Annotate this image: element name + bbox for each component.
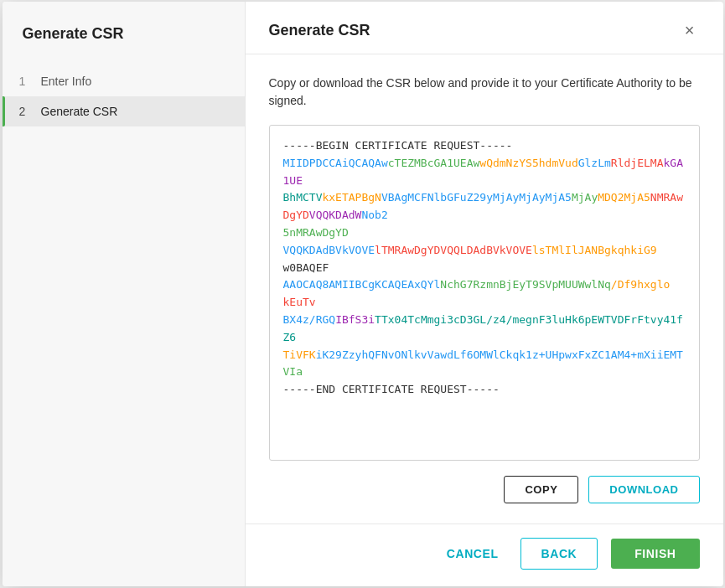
sidebar-title: Generate CSR xyxy=(3,2,245,63)
sidebar: Generate CSR 1 Enter Info 2 Generate CSR xyxy=(3,2,246,586)
back-button[interactable]: BACK xyxy=(520,538,598,570)
description-text: Copy or download the CSR below and provi… xyxy=(269,75,700,110)
generate-csr-dialog: Generate CSR 1 Enter Info 2 Generate CSR… xyxy=(3,2,723,586)
main-content: Generate CSR × Copy or download the CSR … xyxy=(246,2,723,586)
main-footer: CANCEL BACK FINISH xyxy=(246,524,723,586)
copy-button[interactable]: COPY xyxy=(504,476,578,503)
sidebar-item-enter-info[interactable]: 1 Enter Info xyxy=(3,66,245,96)
finish-button[interactable]: FINISH xyxy=(611,539,699,569)
csr-text-box: -----BEGIN CERTIFICATE REQUEST----- MIID… xyxy=(269,125,700,461)
main-body: Copy or download the CSR below and provi… xyxy=(246,54,723,524)
step-num-1: 1 xyxy=(19,75,33,88)
csr-line-footer: -----END CERTIFICATE REQUEST----- xyxy=(283,383,500,395)
csr-line-header: -----BEGIN CERTIFICATE REQUEST----- xyxy=(283,139,513,152)
step-label-2: Generate CSR xyxy=(41,105,118,118)
close-button[interactable]: × xyxy=(680,20,700,40)
download-button[interactable]: DOWNLOAD xyxy=(588,476,699,503)
main-title: Generate CSR xyxy=(269,22,370,39)
csr-actions: COPY DOWNLOAD xyxy=(269,476,700,510)
cancel-button[interactable]: CANCEL xyxy=(438,539,507,569)
main-header: Generate CSR × xyxy=(246,2,723,54)
sidebar-item-generate-csr[interactable]: 2 Generate CSR xyxy=(3,96,245,126)
step-label-1: Enter Info xyxy=(41,75,92,88)
step-num-2: 2 xyxy=(19,105,33,118)
sidebar-steps: 1 Enter Info 2 Generate CSR xyxy=(3,66,245,126)
